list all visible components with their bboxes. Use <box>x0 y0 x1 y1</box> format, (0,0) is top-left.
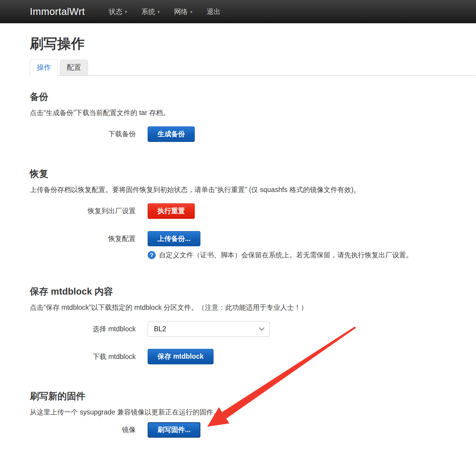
perform-reset-button[interactable]: 执行重置 <box>148 203 195 219</box>
nav-item-logout-label: 退出 <box>207 7 220 16</box>
image-label: 镜像 <box>30 425 136 434</box>
brand-logo[interactable]: ImmortalWrt <box>30 6 85 17</box>
nav-item-status-label: 状态 <box>109 7 123 16</box>
mtdblock-select-row: 选择 mtdblock BL2 <box>30 321 476 337</box>
chevron-down-icon <box>259 325 264 331</box>
page-content: 刷写操作 操作 配置 备份 点击“生成备份”下载当前配置文件的 tar 存档。 … <box>0 35 476 438</box>
nav-item-network[interactable]: 网络 ▾ <box>167 7 200 16</box>
help-question-icon: ? <box>148 251 156 259</box>
flash-image-row: 镜像 刷写固件... <box>30 422 476 438</box>
tab-actions[interactable]: 操作 <box>30 60 58 76</box>
flash-description: 从这里上传一个 sysupgrade 兼容镜像以更新正在运行的固件。 <box>30 407 476 417</box>
backup-row: 下载备份 生成备份 <box>30 126 476 142</box>
flash-firmware-button[interactable]: 刷写固件... <box>148 422 200 438</box>
flash-section-heading: 刷写新的固件 <box>30 390 476 403</box>
nav-item-system-label: 系统 <box>141 7 155 16</box>
nav-item-status[interactable]: 状态 ▾ <box>102 7 135 16</box>
restore-help-text: 自定义文件（证书、脚本）会保留在系统上。若无需保留，请先执行恢复出厂设置。 <box>159 250 413 260</box>
upload-backup-button[interactable]: 上传备份... <box>148 231 200 247</box>
top-navbar: ImmortalWrt 状态 ▾ 系统 ▾ 网络 ▾ 退出 <box>0 0 476 23</box>
page-title: 刷写操作 <box>30 35 476 53</box>
nav-item-system[interactable]: 系统 ▾ <box>134 7 167 16</box>
backup-section-heading: 备份 <box>30 91 476 103</box>
chevron-down-icon: ▾ <box>125 10 127 14</box>
mtdblock-select-value: BL2 <box>154 325 166 333</box>
backup-description: 点击“生成备份”下载当前配置文件的 tar 存档。 <box>30 108 476 117</box>
nav-menu: 状态 ▾ 系统 ▾ 网络 ▾ 退出 <box>102 7 228 16</box>
mtdblock-section-heading: 保存 mtdblock 内容 <box>30 285 476 298</box>
tab-bar: 操作 配置 <box>30 60 475 76</box>
download-backup-label: 下载备份 <box>30 129 136 139</box>
restore-section-heading: 恢复 <box>30 168 476 180</box>
mtdblock-save-row: 下载 mtdblock 保存 mtdblock <box>30 349 476 364</box>
chevron-down-icon: ▾ <box>157 10 160 14</box>
chevron-down-icon: ▾ <box>190 10 193 14</box>
mtdblock-description: 点击“保存 mtdblock”以下载指定的 mtdblock 分区文件。（注意：… <box>30 303 476 312</box>
nav-item-network-label: 网络 <box>174 7 188 16</box>
generate-backup-button[interactable]: 生成备份 <box>148 126 195 142</box>
mtdblock-select[interactable]: BL2 <box>148 321 270 337</box>
restore-config-label: 恢复配置 <box>30 234 136 243</box>
factory-reset-label: 恢复到出厂设置 <box>30 206 136 216</box>
choose-mtdblock-label: 选择 mtdblock <box>30 324 136 334</box>
restore-config-row: 恢复配置 上传备份... <box>30 231 476 247</box>
nav-item-logout[interactable]: 退出 <box>200 7 228 16</box>
download-mtdblock-label: 下载 mtdblock <box>30 352 136 361</box>
tab-configuration[interactable]: 配置 <box>60 60 88 76</box>
save-mtdblock-button[interactable]: 保存 mtdblock <box>148 349 214 364</box>
factory-reset-row: 恢复到出厂设置 执行重置 <box>30 203 476 219</box>
restore-description: 上传备份存档以恢复配置。要将固件恢复到初始状态，请单击“执行重置” (仅 squ… <box>30 185 476 194</box>
restore-help-row: ? 自定义文件（证书、脚本）会保留在系统上。若无需保留，请先执行恢复出厂设置。 <box>148 250 476 260</box>
